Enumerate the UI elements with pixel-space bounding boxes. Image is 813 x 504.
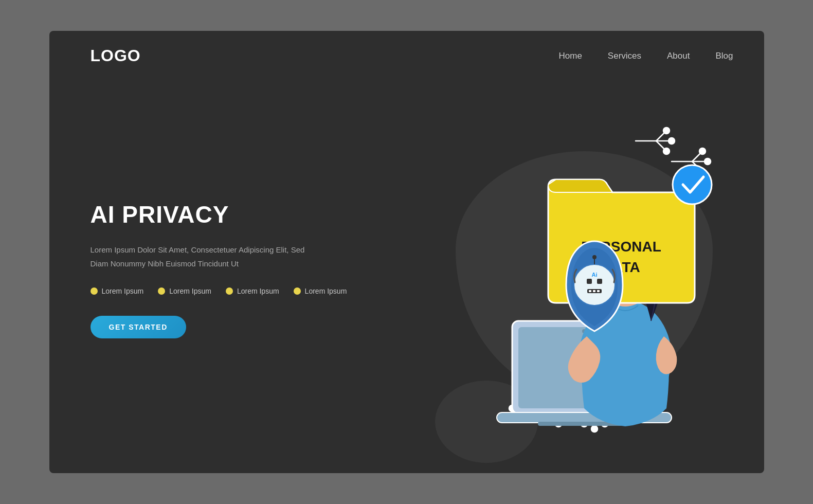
svg-rect-54 xyxy=(597,279,602,284)
svg-point-60 xyxy=(592,255,597,259)
feature-label-3: Lorem Ipsum xyxy=(237,287,279,295)
feature-dot-2 xyxy=(158,287,165,295)
feature-dot-1 xyxy=(91,287,98,295)
svg-rect-56 xyxy=(589,290,591,292)
get-started-button[interactable]: GET STARTED xyxy=(91,316,186,338)
feature-item-4: Lorem Ipsum xyxy=(294,287,347,295)
feature-item-1: Lorem Ipsum xyxy=(91,287,144,295)
main-content: AI PRIVACY Lorem Ipsum Dolor Sit Amet, C… xyxy=(49,76,764,473)
svg-rect-53 xyxy=(587,279,592,284)
nav-services[interactable]: Services xyxy=(608,51,641,61)
svg-point-32 xyxy=(591,426,598,432)
hero-description: Lorem Ipsum Dolor Sit Amet, Consectetuer… xyxy=(91,243,306,271)
nav-blog[interactable]: Blog xyxy=(715,51,733,61)
svg-point-52 xyxy=(574,264,615,305)
feature-dot-4 xyxy=(294,287,301,295)
svg-rect-58 xyxy=(597,290,600,292)
left-panel: AI PRIVACY Lorem Ipsum Dolor Sit Amet, C… xyxy=(49,76,404,473)
feature-item-2: Lorem Ipsum xyxy=(158,287,211,295)
feature-label-4: Lorem Ipsum xyxy=(305,287,347,295)
svg-point-6 xyxy=(663,148,670,154)
svg-point-9 xyxy=(699,148,706,154)
feature-item-3: Lorem Ipsum xyxy=(226,287,279,295)
feature-dot-3 xyxy=(226,287,233,295)
logo: LOGO xyxy=(91,46,141,65)
nav-about[interactable]: About xyxy=(667,51,690,61)
page-wrapper: LOGO Home Services About Blog AI PRIVACY… xyxy=(49,31,764,473)
header: LOGO Home Services About Blog xyxy=(49,31,764,76)
page-title: AI PRIVACY xyxy=(91,201,373,228)
hero-illustration: PERSONAL DATA xyxy=(435,100,733,449)
svg-rect-57 xyxy=(593,290,595,292)
right-panel: PERSONAL DATA xyxy=(404,76,764,473)
nav-home[interactable]: Home xyxy=(558,51,582,61)
svg-point-11 xyxy=(704,158,711,165)
checkmark-circle xyxy=(673,165,712,204)
svg-point-2 xyxy=(663,128,670,134)
features-row: Lorem Ipsum Lorem Ipsum Lorem Ipsum Lore… xyxy=(91,287,373,295)
feature-label-1: Lorem Ipsum xyxy=(102,287,144,295)
svg-text:Ai: Ai xyxy=(591,272,597,278)
svg-point-4 xyxy=(669,138,675,144)
feature-label-2: Lorem Ipsum xyxy=(169,287,211,295)
navigation: Home Services About Blog xyxy=(558,51,733,61)
